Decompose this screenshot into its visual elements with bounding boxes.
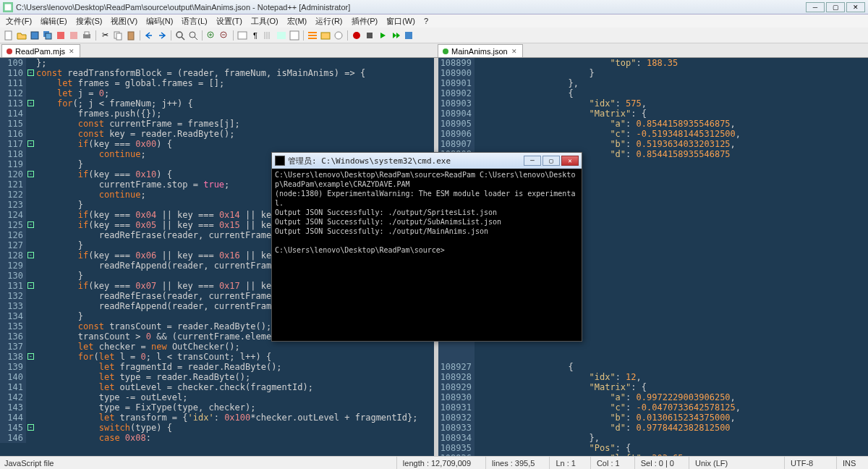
close-file-button[interactable] [55,30,67,41]
close-all-button[interactable] [68,30,80,41]
cmd-titlebar[interactable]: 管理员: C:\Windows\system32\cmd.exe ─ ▢ ✕ [272,153,582,169]
menu-item[interactable]: 编辑(E) [36,15,72,28]
svg-point-12 [176,32,182,38]
cmd-window[interactable]: 管理员: C:\Windows\system32\cmd.exe ─ ▢ ✕ C… [271,152,582,342]
zoom-out-button[interactable] [218,30,230,41]
cut-button[interactable]: ✂ [99,30,111,41]
window-titlebar: C:\Users\lenovo\Desktop\ReadPam\source\o… [0,0,868,14]
svg-rect-20 [308,35,317,36]
undo-button[interactable] [143,30,155,41]
cmd-maximize-button[interactable]: ▢ [542,156,560,166]
svg-rect-2 [31,32,38,39]
new-file-button[interactable] [3,30,14,41]
tab-label: ReadPam.mjs [15,47,65,56]
status-sel: Sel : 0 | 0 [634,457,680,469]
replace-button[interactable] [187,30,199,41]
svg-rect-22 [321,33,330,39]
cmd-output[interactable]: C:\Users\lenovo\Desktop\ReadPam\source>R… [272,169,582,256]
menu-item[interactable]: 宏(M) [283,15,312,28]
saved-icon [443,48,448,54]
cmd-icon [275,156,285,166]
cmd-title: 管理员: C:\Windows\system32\cmd.exe [288,156,524,166]
menu-item[interactable]: 文件(F) [1,15,36,28]
svg-point-13 [190,32,195,38]
menu-item[interactable]: 运行(R) [311,15,346,28]
save-button[interactable] [29,30,41,41]
status-filetype: JavaScript file [3,457,59,469]
svg-rect-1 [5,31,12,40]
menu-bar: 文件(F)编辑(E)搜索(S)视图(V)编码(N)语言(L)设置(T)工具(O)… [0,14,868,28]
save-all-button[interactable] [42,30,54,41]
modified-icon [7,48,12,54]
wrap-button[interactable] [237,30,248,41]
menu-item[interactable]: 视图(V) [106,15,142,28]
close-button[interactable]: ✕ [846,2,865,12]
tab-close-icon[interactable]: ✕ [511,48,518,55]
status-col: Col : 1 [590,457,626,469]
record-macro-button[interactable] [351,30,362,41]
menu-item[interactable]: 语言(L) [177,15,211,28]
maximize-button[interactable]: ▢ [826,2,845,12]
find-button[interactable] [174,30,186,41]
svg-point-23 [335,32,342,39]
menu-item[interactable]: 编码(N) [142,15,177,28]
paste-button[interactable] [125,30,137,41]
menu-item[interactable]: 工具(O) [247,15,283,28]
menu-item[interactable]: 插件(P) [347,15,383,28]
show-all-chars-button[interactable]: ¶ [250,30,261,41]
copy-button[interactable] [112,30,124,41]
svg-rect-4 [46,33,51,39]
status-encoding: UTF-8 [784,457,827,469]
status-lines: lines : 395,5 [485,457,540,469]
minimize-button[interactable]: ─ [806,2,825,12]
lang-button[interactable] [276,30,287,41]
toolbar: ✂ ¶ [0,28,868,43]
tab-close-icon[interactable]: ✕ [68,48,75,55]
tab-label: MainAnims.json [451,47,508,56]
cmd-minimize-button[interactable]: ─ [524,156,541,166]
svg-rect-6 [70,32,77,39]
svg-rect-26 [405,32,412,39]
svg-rect-10 [116,33,122,40]
folder-view-button[interactable] [320,30,331,41]
svg-rect-8 [85,32,89,35]
menu-item[interactable]: 窗口(W) [382,15,420,28]
tab-right[interactable]: MainAnims.json ✕ [438,44,523,57]
indent-guide-button[interactable] [263,30,274,41]
open-file-button[interactable] [16,30,27,41]
menu-item[interactable]: 搜索(S) [72,15,107,28]
status-bar: JavaScript file length : 12,709,009 line… [0,456,868,469]
play-macro-button[interactable] [377,30,388,41]
svg-rect-18 [290,31,299,40]
play-multi-button[interactable] [390,30,401,41]
menu-item[interactable]: 设置(T) [212,15,247,28]
svg-rect-5 [57,32,64,39]
status-length: length : 12,709,009 [396,457,477,469]
status-mode: INS [836,457,865,469]
cmd-close-button[interactable]: ✕ [561,156,579,166]
func-list-button[interactable] [307,30,318,41]
svg-point-24 [353,32,360,39]
tab-left[interactable]: ReadPam.mjs ✕ [1,44,80,57]
svg-rect-21 [308,38,317,39]
save-macro-button[interactable] [403,30,414,41]
zoom-in-button[interactable] [205,30,217,41]
svg-rect-11 [128,32,134,40]
redo-button[interactable] [156,30,168,41]
svg-rect-16 [238,32,247,39]
status-eol: Unix (LF) [689,457,775,469]
menu-item[interactable]: ? [420,16,433,26]
svg-rect-25 [367,33,373,38]
app-icon [3,2,13,12]
window-title: C:\Users\lenovo\Desktop\ReadPam\source\o… [16,3,806,12]
doc-map-button[interactable] [289,30,300,41]
stop-macro-button[interactable] [364,30,375,41]
svg-rect-17 [277,32,286,39]
monitor-button[interactable] [333,30,344,41]
print-button[interactable] [81,30,93,41]
svg-rect-19 [308,32,317,33]
status-ln: Ln : 1 [549,457,582,469]
